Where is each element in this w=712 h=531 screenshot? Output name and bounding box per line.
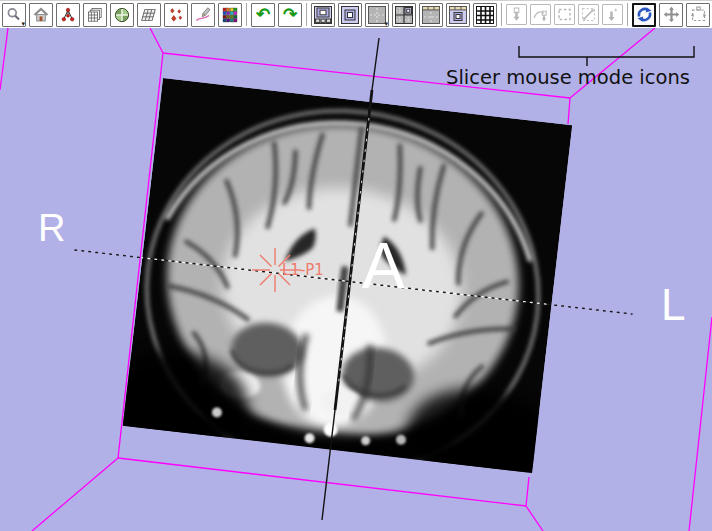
place-curve-button[interactable] xyxy=(530,4,551,25)
rotate-mode-icon xyxy=(636,6,653,23)
redo-icon: ↷ xyxy=(283,6,297,23)
toolbar-separator xyxy=(627,3,628,26)
zoom-mode-icon xyxy=(690,6,707,23)
annotations-module-icon xyxy=(195,7,211,23)
models-module-icon xyxy=(114,7,130,23)
dropdown-arrow-icon: ▾ xyxy=(384,20,388,27)
pan-mode-icon xyxy=(663,6,680,23)
colors-module-button[interactable] xyxy=(218,3,242,27)
place-line-icon xyxy=(581,7,596,22)
search-icon xyxy=(6,7,22,23)
volumes-module-icon xyxy=(87,7,103,23)
module-search-button[interactable]: ▾ xyxy=(2,3,26,27)
place-point-button[interactable] xyxy=(506,4,527,25)
redo-button[interactable]: ↷ xyxy=(278,3,302,27)
3d-only-layout-icon xyxy=(341,6,359,24)
toolbar-separator xyxy=(306,3,307,26)
dropdown-arrow-icon: ▾ xyxy=(21,20,25,27)
undo-button[interactable]: ↶ xyxy=(251,3,275,27)
tabbed-slice-layout-button[interactable] xyxy=(419,3,443,27)
zoom-mode-button[interactable] xyxy=(686,3,710,27)
data-module-icon xyxy=(60,7,76,23)
3d-only-layout-button[interactable] xyxy=(338,3,362,27)
3d-view[interactable]: L1-P1 R A L Slicer mouse mode icons xyxy=(0,28,712,531)
place-fiducial-icon xyxy=(605,7,620,22)
table-layout-icon xyxy=(476,6,494,24)
pan-mode-button[interactable] xyxy=(659,3,683,27)
home-icon xyxy=(33,7,49,23)
tabbed-3d-layout-button[interactable] xyxy=(446,3,470,27)
tabbed-3d-layout-icon xyxy=(449,6,467,24)
place-fiducial-button[interactable] xyxy=(602,4,623,25)
orientation-label-right: R xyxy=(38,207,65,249)
volumes-module-button[interactable] xyxy=(83,3,107,27)
place-point-icon xyxy=(509,7,524,22)
four-up-layout-icon xyxy=(395,6,413,24)
place-line-button[interactable] xyxy=(578,4,599,25)
slice-only-layout-icon xyxy=(368,6,386,24)
conventional-layout-icon xyxy=(314,6,332,24)
transforms-module-button[interactable] xyxy=(137,3,161,27)
undo-icon: ↶ xyxy=(256,6,270,23)
orientation-label-left: L xyxy=(661,280,685,329)
transforms-module-icon xyxy=(141,7,157,23)
markups-module-button[interactable] xyxy=(164,3,188,27)
3d-view-canvas[interactable]: L1-P1 R A L Slicer mouse mode icons xyxy=(0,28,712,531)
colors-module-icon xyxy=(222,7,238,23)
place-roi-icon xyxy=(557,7,572,22)
toolbar-separator xyxy=(246,3,247,26)
slice-only-layout-button[interactable]: ▾ xyxy=(365,3,389,27)
home-button[interactable] xyxy=(29,3,53,27)
place-curve-icon xyxy=(533,7,548,22)
main-toolbar: ▾ xyxy=(0,0,712,28)
table-layout-button[interactable] xyxy=(473,3,497,27)
four-up-layout-button[interactable] xyxy=(392,3,416,27)
rotate-mode-button[interactable] xyxy=(632,3,656,27)
markups-module-icon xyxy=(168,7,184,23)
callout-text: Slicer mouse mode icons xyxy=(446,66,690,89)
conventional-layout-button[interactable] xyxy=(311,3,335,27)
slicer-window: ▾ xyxy=(0,0,712,531)
fiducial-label: L1-P1 xyxy=(282,261,324,279)
data-module-button[interactable] xyxy=(56,3,80,27)
annotations-module-button[interactable] xyxy=(191,3,215,27)
toolbar-separator xyxy=(501,3,502,26)
place-roi-button[interactable] xyxy=(554,4,575,25)
models-module-button[interactable] xyxy=(110,3,134,27)
orientation-label-anterior: A xyxy=(362,230,405,302)
tabbed-slice-layout-icon xyxy=(422,6,440,24)
